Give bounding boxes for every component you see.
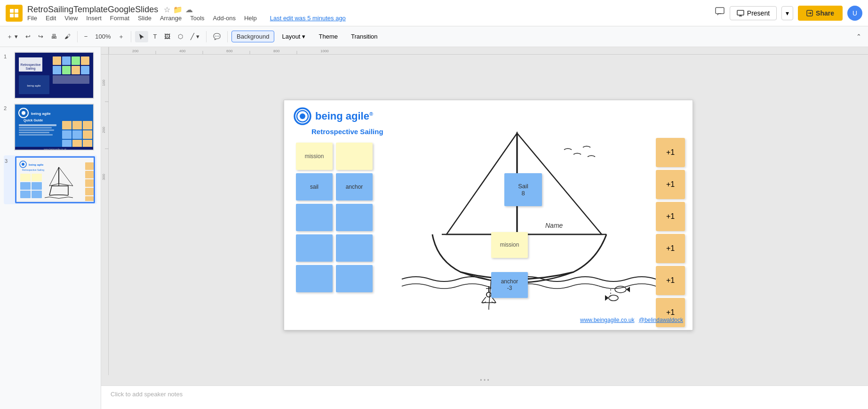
- shape-tool[interactable]: ⬡: [175, 31, 186, 42]
- menu-format[interactable]: Format: [110, 15, 129, 22]
- collapse-panel-button[interactable]: ⌃: [853, 31, 864, 42]
- slide-canvas[interactable]: being agile® Retrospective Sailing missi…: [284, 100, 693, 330]
- menu-help[interactable]: Help: [244, 15, 257, 22]
- boat-name: Name: [545, 222, 563, 229]
- sticky-mission-1[interactable]: mission: [296, 143, 333, 170]
- zoom-out-button[interactable]: −: [81, 31, 91, 42]
- theme-button[interactable]: Theme: [313, 31, 343, 42]
- slide-item-1[interactable]: 1 Retrospective Sailing: [4, 52, 97, 99]
- star-icon[interactable]: ☆: [164, 5, 170, 14]
- url-text[interactable]: www.beingagile.co.uk: [580, 317, 634, 323]
- layout-button[interactable]: Layout ▾: [276, 31, 311, 42]
- background-button[interactable]: Background: [231, 31, 274, 42]
- sticky-blue-3b[interactable]: [336, 204, 373, 231]
- separator-2: [131, 31, 131, 42]
- user-avatar: U: [847, 6, 862, 21]
- menu-arrange[interactable]: Arrange: [160, 15, 182, 22]
- sticky-mission-2[interactable]: mission: [491, 232, 528, 258]
- svg-text:Sailing: Sailing: [25, 67, 35, 71]
- sticky-blue-4a[interactable]: [296, 234, 333, 262]
- v-ruler-svg: 100 200 300: [101, 55, 109, 375]
- image-tool[interactable]: 🖼: [161, 31, 173, 42]
- horizontal-ruler: 200 400 600 800 1000: [109, 47, 868, 55]
- svg-rect-51: [32, 174, 42, 181]
- svg-text:200: 200: [132, 49, 139, 53]
- menu-slide[interactable]: Slide: [138, 15, 151, 22]
- menu-edit[interactable]: Edit: [46, 15, 56, 22]
- slide-thumb-2[interactable]: being agile Quick Guide: [14, 104, 94, 151]
- svg-rect-58: [85, 171, 94, 178]
- plus-btn-1[interactable]: +1: [656, 138, 685, 167]
- redo-button[interactable]: ↪: [35, 31, 46, 42]
- separator-4: [227, 31, 228, 42]
- menu-addons[interactable]: Add-ons: [213, 15, 236, 22]
- svg-rect-61: [85, 196, 94, 203]
- svg-text:200: 200: [102, 127, 106, 133]
- svg-rect-17: [53, 66, 61, 74]
- speaker-notes[interactable]: Click to add speaker notes: [101, 385, 868, 409]
- slide-number-1: 1: [4, 52, 11, 59]
- separator-3: [206, 31, 207, 42]
- slide-item-2[interactable]: 2 being agile Quick Guide: [4, 104, 97, 151]
- svg-rect-16: [81, 56, 89, 65]
- sticky-blue-3a[interactable]: [296, 204, 333, 231]
- title-area: RetroSailingTemplateGoogleSlides ☆ 📁 ☁ F…: [27, 5, 346, 22]
- doc-title[interactable]: RetroSailingTemplateGoogleSlides: [27, 5, 158, 15]
- present-button[interactable]: Present: [730, 6, 777, 20]
- sticky-blue-4b[interactable]: [336, 234, 373, 262]
- add-button[interactable]: ＋ ▾: [4, 31, 21, 43]
- slide-thumb-1[interactable]: Retrospective Sailing being agile: [14, 52, 94, 99]
- share-button[interactable]: Share: [798, 6, 843, 21]
- sticky-blank-yellow[interactable]: [336, 143, 373, 170]
- ruler-corner: [101, 47, 109, 55]
- menu-tools[interactable]: Tools: [190, 15, 204, 22]
- canvas-area: 200 400 600 800 1000 100 200: [101, 47, 868, 409]
- zoom-level[interactable]: 100%: [92, 32, 113, 41]
- svg-rect-20: [81, 66, 89, 74]
- svg-rect-5: [737, 10, 744, 15]
- main-area: 1 Retrospective Sailing: [0, 47, 868, 409]
- print-button[interactable]: 🖶: [48, 31, 60, 42]
- plus-btn-4[interactable]: +1: [656, 234, 685, 263]
- svg-rect-60: [85, 188, 94, 195]
- sticky-sail[interactable]: sail: [296, 173, 333, 200]
- present-dropdown[interactable]: ▾: [781, 6, 793, 20]
- svg-text:being agile: being agile: [27, 84, 41, 87]
- cursor-tool[interactable]: [135, 31, 148, 42]
- svg-rect-54: [20, 191, 31, 198]
- menu-file[interactable]: File: [27, 15, 37, 22]
- paint-format-button[interactable]: 🖌: [62, 31, 73, 42]
- comment-tool[interactable]: 💬: [210, 31, 223, 42]
- svg-text:Retrospective Sailing: Retrospective Sailing: [22, 168, 44, 171]
- zoom-in-button[interactable]: ＋: [115, 31, 127, 43]
- slide-thumb-3[interactable]: being agile Retrospective Sailing: [15, 156, 95, 203]
- text-tool[interactable]: T: [150, 31, 159, 42]
- svg-rect-59: [85, 179, 94, 187]
- sticky-sail-note[interactable]: Sail 8: [504, 173, 542, 206]
- menu-view[interactable]: View: [64, 15, 78, 22]
- comment-button[interactable]: [715, 7, 725, 19]
- slide-logo: being agile®: [294, 107, 373, 125]
- folder-icon[interactable]: 📁: [173, 5, 183, 14]
- sticky-blue-5b[interactable]: [336, 265, 373, 292]
- undo-button[interactable]: ↩: [23, 31, 33, 42]
- menu-insert[interactable]: Insert: [86, 15, 102, 22]
- svg-text:Retrospective: Retrospective: [21, 63, 41, 67]
- toolbar: ＋ ▾ ↩ ↪ 🖶 🖌 − 100% ＋ T 🖼 ⬡ ╱ ▾ 💬 Backgro…: [0, 26, 868, 47]
- slide-item-3[interactable]: 3 being agile Retrospective Sailing: [4, 155, 97, 204]
- transition-button[interactable]: Transition: [345, 31, 383, 42]
- cloud-icon[interactable]: ☁: [185, 5, 193, 14]
- twitter-text[interactable]: @belindawaldock: [639, 317, 683, 323]
- plus-btn-3[interactable]: +1: [656, 202, 685, 231]
- sticky-blue-5a[interactable]: [296, 265, 333, 292]
- sticky-anchor-2[interactable]: anchor -3: [491, 272, 528, 298]
- app-icon: [6, 5, 23, 22]
- svg-point-47: [22, 163, 24, 166]
- plus-btn-2[interactable]: +1: [656, 170, 685, 199]
- line-tool[interactable]: ╱ ▾: [188, 31, 202, 42]
- sticky-anchor[interactable]: anchor: [336, 173, 373, 200]
- plus-btn-5[interactable]: +1: [656, 266, 685, 295]
- svg-text:300: 300: [102, 174, 106, 180]
- svg-text:800: 800: [273, 49, 280, 53]
- svg-rect-38: [72, 130, 82, 139]
